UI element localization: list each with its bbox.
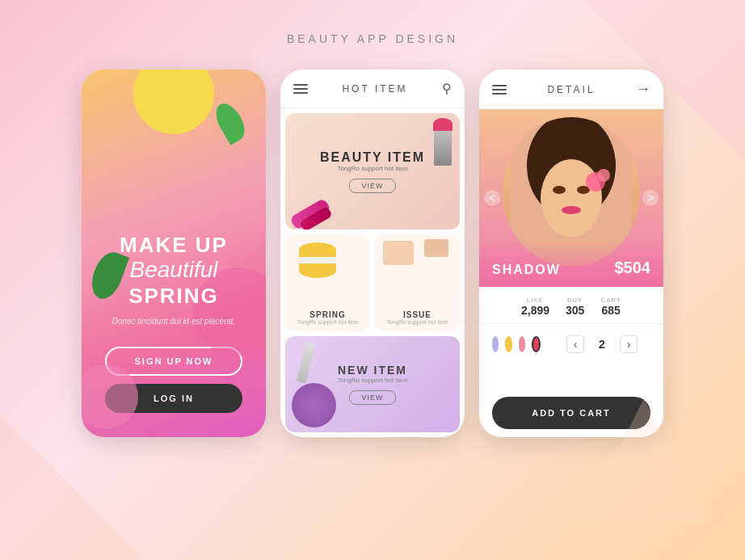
deco-brush bbox=[297, 342, 317, 383]
deco-pink-small bbox=[82, 364, 138, 429]
hamburger-icon[interactable] bbox=[293, 84, 308, 94]
phone2-header-title: HOT ITEM bbox=[342, 83, 407, 95]
quantity-stepper: ‹ 2 › bbox=[553, 332, 650, 356]
banner-new-title: NEW ITEM bbox=[337, 364, 407, 377]
color-option-lavender[interactable] bbox=[492, 336, 499, 352]
product-stats: LIKE 2,899 BUY 305 CART 685 bbox=[479, 287, 663, 324]
hamburger-line-3 bbox=[492, 93, 507, 95]
cart-value: 685 bbox=[600, 304, 621, 317]
banner-new-view-btn[interactable]: VIEW bbox=[349, 390, 395, 405]
phone2-header: HOT ITEM ⚲ bbox=[280, 69, 465, 108]
product-price: $504 bbox=[615, 259, 651, 277]
banner-beauty-text-block: BEAUTY ITEM TongRo support hot item VIEW bbox=[320, 150, 425, 193]
phone3-header-title: DETAIL bbox=[547, 84, 595, 95]
headline-line2: Beautiful bbox=[112, 256, 236, 284]
color-option-yellow[interactable] bbox=[505, 336, 511, 352]
svg-point-7 bbox=[597, 169, 610, 182]
hamburger-line-1 bbox=[492, 85, 507, 86]
color-options: ‹ 2 › bbox=[479, 324, 663, 364]
like-value: 2,899 bbox=[521, 304, 549, 317]
phone3-header: DETAIL → bbox=[479, 69, 663, 109]
banner-new-item: NEW ITEM TongRo support hot item VIEW bbox=[285, 336, 460, 432]
svg-point-3 bbox=[553, 186, 566, 194]
banner-beauty-subtitle: TongRo support hot item bbox=[320, 165, 425, 172]
banner-beauty-item: BEAUTY ITEM TongRo support hot item VIEW bbox=[285, 113, 460, 229]
buy-value: 305 bbox=[566, 304, 584, 317]
hero-text-block: MAKE UP Beautiful SPRING Donec tincidunt… bbox=[112, 234, 236, 339]
macaron-mid bbox=[299, 257, 336, 263]
svg-point-5 bbox=[562, 206, 581, 214]
add-to-cart-button[interactable]: ADD TO CART bbox=[492, 397, 650, 429]
macaron-top bbox=[299, 242, 336, 257]
phone-hot-item: HOT ITEM ⚲ BEAUTY ITEM TongRo support ho… bbox=[280, 69, 465, 437]
hero-nav-right[interactable]: > bbox=[642, 190, 659, 206]
phone3-hamburger-icon[interactable] bbox=[492, 85, 507, 95]
like-label: LIKE bbox=[521, 297, 549, 304]
color-option-pink[interactable] bbox=[519, 336, 525, 352]
stat-like: LIKE 2,899 bbox=[521, 297, 549, 317]
banner-new-subtitle: TongRo support hot item bbox=[337, 377, 407, 384]
two-col-section: SPRING TongRo support hot item ISSUE Ton… bbox=[285, 234, 460, 331]
hamburger-line-1 bbox=[293, 84, 308, 86]
hero-nav-left[interactable]: < bbox=[484, 190, 500, 206]
qty-increase-btn[interactable]: › bbox=[620, 335, 638, 353]
spring-card: SPRING TongRo support hot item bbox=[285, 234, 370, 331]
cart-label: CART bbox=[600, 297, 621, 304]
deco-macaron bbox=[297, 242, 338, 276]
banner-beauty-view-btn[interactable]: VIEW bbox=[349, 179, 395, 193]
issue-card: ISSUE TongRo support hot item bbox=[375, 234, 460, 331]
hamburger-line-2 bbox=[293, 88, 308, 90]
qty-decrease-btn[interactable]: ‹ bbox=[566, 335, 584, 353]
stat-cart: CART 685 bbox=[600, 297, 621, 317]
banner-beauty-title: BEAUTY ITEM bbox=[320, 150, 425, 165]
color-option-red[interactable] bbox=[532, 336, 541, 352]
phones-container: MAKE UP Beautiful SPRING Donec tincidunt… bbox=[82, 69, 663, 437]
issue-card-subtitle: TongRo support hot item bbox=[386, 319, 448, 325]
phone-login: MAKE UP Beautiful SPRING Donec tincidunt… bbox=[82, 69, 266, 437]
deco-yellow-circle bbox=[133, 69, 214, 134]
deco-leaf-top bbox=[210, 99, 250, 145]
deco-lipstick-top bbox=[433, 118, 452, 131]
spring-card-title: SPRING bbox=[309, 310, 345, 319]
macaron-bottom bbox=[299, 263, 336, 278]
hamburger-line-2 bbox=[492, 89, 507, 91]
product-hero: < > SHADOW $504 bbox=[479, 109, 663, 287]
product-name: SHADOW bbox=[492, 263, 561, 277]
stat-buy: BUY 305 bbox=[566, 297, 584, 317]
headline-line1: MAKE UP bbox=[112, 234, 236, 257]
qty-value: 2 bbox=[594, 338, 610, 351]
arrow-right-icon[interactable]: → bbox=[636, 81, 650, 98]
search-icon[interactable]: ⚲ bbox=[442, 81, 452, 96]
hamburger-line-3 bbox=[293, 92, 308, 94]
page-title: BEAUTY APP DESIGN bbox=[287, 32, 458, 45]
phone2-body: BEAUTY ITEM TongRo support hot item VIEW… bbox=[280, 108, 465, 437]
spring-card-subtitle: TongRo support hot item bbox=[297, 319, 358, 325]
issue-card-title: ISSUE bbox=[403, 310, 431, 319]
deco-compact2 bbox=[424, 239, 448, 257]
banner-new-text-block: NEW ITEM TongRo support hot item VIEW bbox=[337, 364, 407, 405]
deco-compact bbox=[383, 241, 414, 265]
buy-label: BUY bbox=[566, 297, 584, 304]
phone-detail: DETAIL → bbox=[479, 69, 663, 437]
headline-line3: SPRING bbox=[112, 284, 236, 309]
subtitle: Donec tincidunt dui id est placerat, bbox=[112, 317, 236, 326]
deco-powder bbox=[292, 383, 336, 427]
svg-point-2 bbox=[541, 159, 602, 237]
